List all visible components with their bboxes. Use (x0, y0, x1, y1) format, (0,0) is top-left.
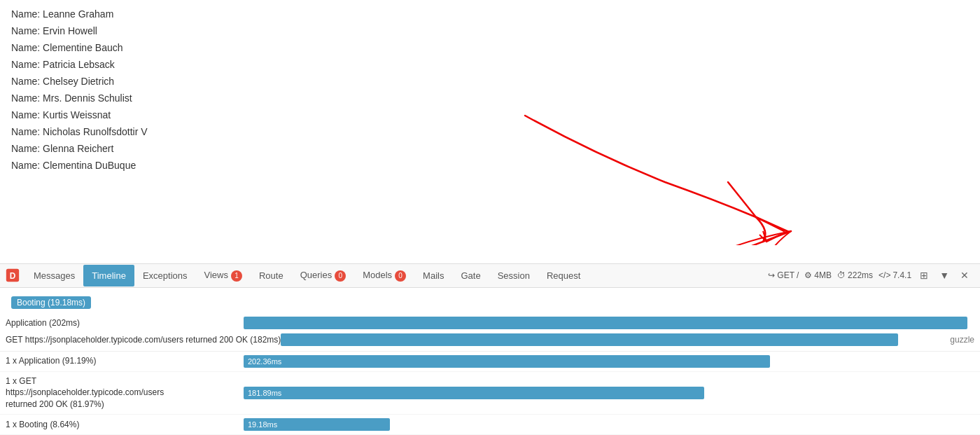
name-item: Name: Chelsey Dietrich (11, 73, 969, 90)
timeline-label-application: Application (202ms) (6, 318, 244, 328)
name-item: Name: Patricia Lebsack (11, 56, 969, 73)
name-item: Name: Clementina DuBuque (11, 157, 969, 174)
tab-models[interactable]: Models0 (354, 264, 414, 287)
tab-views[interactable]: Views1 (196, 264, 251, 287)
tabs-container: MessagesTimelineExceptionsViews1RouteQue… (25, 264, 589, 287)
name-item: Name: Clementine Bauch (11, 39, 969, 56)
clock-icon: ⏱ (837, 270, 846, 280)
memory-value: 4MB (814, 270, 832, 280)
timeline-label-get: GET https://jsonplaceholder.typicode.com… (6, 335, 281, 340)
debugbar: D MessagesTimelineExceptionsViews1RouteQ… (0, 263, 980, 340)
copy-button[interactable]: ⊞ (917, 268, 931, 282)
php-version: 7.4.1 (892, 270, 911, 280)
booting-badge-row: Booting (19.18ms) (0, 291, 980, 315)
name-item: Name: Ervin Howell (11, 22, 969, 39)
timeline-guzzle-label: guzzle (944, 335, 974, 340)
method-path: ↪ GET / (768, 270, 799, 280)
booting-badge: Booting (19.18ms) (11, 296, 91, 309)
minimize-button[interactable]: ▼ (937, 268, 952, 282)
timeline-bar-get (281, 333, 898, 340)
name-item: Name: Nicholas Runolfsdottir V (11, 123, 969, 140)
debugbar-tabs: D MessagesTimelineExceptionsViews1RouteQ… (0, 264, 980, 288)
timeline-row-get: GET https://jsonplaceholder.typicode.com… (0, 331, 980, 340)
code-icon: </> (878, 270, 890, 280)
close-button[interactable]: ✕ (958, 268, 972, 282)
debugbar-content: Booting (19.18ms) Application (202ms) GE… (0, 288, 980, 340)
content-area: Name: Leanne GrahamName: Ervin HowellNam… (0, 0, 980, 179)
debugbar-logo: D (3, 265, 22, 285)
tab-mails[interactable]: Mails (414, 265, 452, 286)
timeline-row-application: Application (202ms) (0, 315, 980, 331)
tab-exceptions[interactable]: Exceptions (134, 265, 196, 286)
tab-session[interactable]: Session (489, 265, 538, 286)
svg-text:D: D (10, 271, 16, 281)
name-item: Name: Leanne Graham (11, 6, 969, 22)
tab-route[interactable]: Route (251, 265, 292, 286)
time-value: 222ms (848, 270, 873, 280)
timeline-section: Booting (19.18ms) Application (202ms) GE… (0, 288, 980, 340)
name-list: Name: Leanne GrahamName: Ervin HowellNam… (11, 6, 969, 174)
timeline-bar-container-get (281, 333, 944, 340)
timeline-bar-application (244, 317, 967, 329)
debugbar-right: ↪ GET / ⚙ 4MB ⏱ 222ms </> 7.4.1 ⊞ ▼ ✕ (762, 268, 977, 282)
arrow-icon: ↪ (768, 270, 775, 280)
name-item: Name: Mrs. Dennis Schulist (11, 90, 969, 106)
name-item: Name: Kurtis Weissnat (11, 106, 969, 123)
tab-queries[interactable]: Queries0 (292, 264, 355, 287)
php-info: </> 7.4.1 (878, 270, 911, 280)
tab-gate[interactable]: Gate (452, 265, 489, 286)
tab-timeline[interactable]: Timeline (83, 265, 134, 286)
gear-icon: ⚙ (804, 270, 812, 280)
time-info: ⏱ 222ms (837, 270, 873, 280)
name-item: Name: Glenna Reichert (11, 140, 969, 157)
timeline-bar-container-application (244, 317, 974, 329)
http-path: / (797, 270, 799, 280)
http-method: GET (777, 270, 794, 280)
tab-request[interactable]: Request (538, 265, 589, 286)
tab-messages[interactable]: Messages (25, 265, 83, 286)
memory-info: ⚙ 4MB (804, 270, 832, 280)
